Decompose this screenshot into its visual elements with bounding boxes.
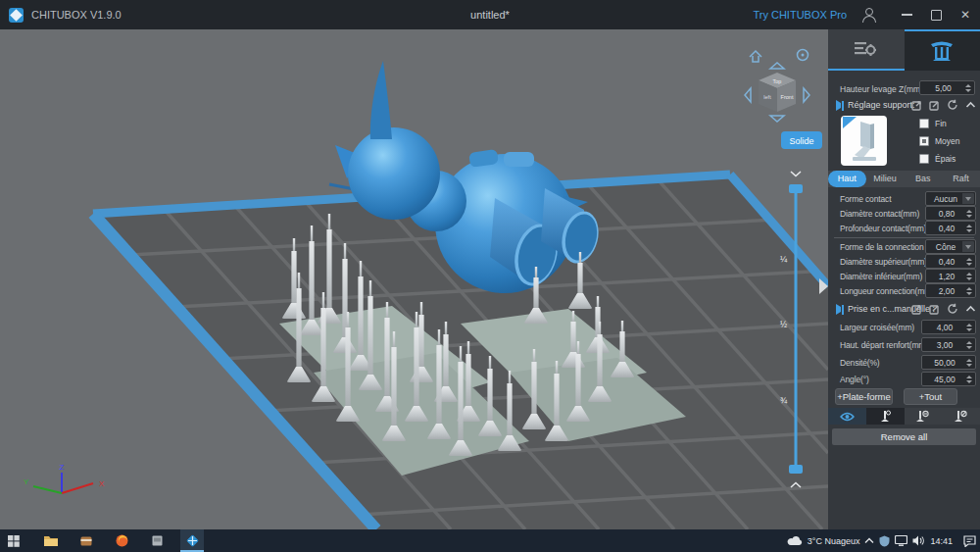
forme-contact-dropdown[interactable]: Aucun <box>925 191 976 206</box>
tab-bas[interactable]: Bas <box>905 171 943 187</box>
divider <box>834 237 974 238</box>
fin-checkbox[interactable] <box>919 119 929 128</box>
cube-front-label: Front <box>781 94 794 100</box>
lift-height-spinbox[interactable]: 5,00 <box>919 80 975 95</box>
largeur-croisee-spinbox[interactable]: 4,00 <box>921 320 976 334</box>
remove-all-button[interactable]: Remove all <box>832 428 976 445</box>
start-button[interactable] <box>2 529 25 552</box>
collapse-section-icon[interactable] <box>965 101 976 109</box>
angle-spinbox[interactable]: 45,00 <box>921 372 976 386</box>
panel-tab-bar <box>828 29 980 71</box>
slider-half-label: ½ <box>780 320 787 329</box>
chitubox-window: CHITUBOX V1.9.0 untitled* Try CHITUBOX P… <box>0 0 980 552</box>
svg-text:Solide: Solide <box>789 136 813 146</box>
row-forme-connection: Forme de la connection Cône <box>828 239 980 254</box>
taskbar-chitubox-icon[interactable] <box>180 529 204 552</box>
tab-haut[interactable]: Haut <box>828 171 866 187</box>
reset-settings-icon[interactable] <box>947 303 958 315</box>
row-largeur-croisee: Largeur croisée(mm) 4,00 <box>828 320 980 334</box>
profondeur-contact-spinbox[interactable]: 0,40 <box>925 221 976 235</box>
weather-status[interactable]: 3°C Nuageux <box>808 536 860 546</box>
chitubox-logo-icon <box>9 8 24 23</box>
firefox-logo-icon <box>116 534 128 547</box>
close-button[interactable]: ✕ <box>951 0 980 29</box>
rotate-down-arrow[interactable] <box>770 116 784 122</box>
diametre-superieur-spinbox[interactable]: 0,40 <box>925 254 976 269</box>
delete-support-icon <box>916 410 929 423</box>
densite-spinbox[interactable]: 50,00 <box>921 355 976 370</box>
slider-top-handle[interactable] <box>789 184 803 193</box>
forme-connection-dropdown[interactable]: Cône <box>925 239 976 254</box>
delete-support-button[interactable] <box>905 408 943 425</box>
export-settings-icon[interactable] <box>911 304 922 315</box>
network-icon[interactable] <box>895 535 907 546</box>
thickness-option-epais[interactable]: Épais <box>919 154 956 164</box>
taskbar-app-icon-package[interactable] <box>74 529 98 552</box>
add-all-supports-button[interactable]: +Tout <box>904 388 957 405</box>
support-preview-image <box>841 116 887 166</box>
slider-bottom-handle[interactable] <box>789 465 803 474</box>
windows-logo-icon <box>8 535 20 547</box>
edit-settings-icon[interactable] <box>929 100 940 111</box>
thickness-option-fin[interactable]: Fin <box>919 119 947 128</box>
file-explorer-icon[interactable] <box>39 529 63 552</box>
delete-all-supports-icon <box>955 410 967 423</box>
tab-raft[interactable]: Raft <box>942 171 980 187</box>
add-support-icon <box>879 410 891 423</box>
orientation-cube[interactable]: Top left Front <box>759 73 796 112</box>
edit-settings-icon[interactable] <box>929 304 940 315</box>
eye-icon <box>840 412 855 422</box>
z-axis-label: Z <box>60 463 65 472</box>
maximize-button[interactable] <box>921 0 951 29</box>
security-shield-icon[interactable] <box>879 535 890 547</box>
row-diametre-inferieur: Diamètre inférieur(mm) 1,20 <box>828 269 980 283</box>
rotate-left-arrow[interactable] <box>745 88 751 102</box>
axis-indicator: Z X Y <box>24 463 105 493</box>
settings-icon <box>854 39 879 59</box>
action-center-icon[interactable] <box>963 535 976 547</box>
tab-milieu[interactable]: Milieu <box>866 171 905 187</box>
row-forme-contact: Forme contact Aucun <box>828 191 980 206</box>
folder-icon <box>44 535 58 547</box>
longueur-connection-spinbox[interactable]: 2,00 <box>925 283 976 298</box>
diametre-inferieur-spinbox[interactable]: 1,20 <box>925 269 976 283</box>
tab-settings[interactable] <box>828 29 905 71</box>
tray-expand-chevron-icon[interactable] <box>864 537 874 544</box>
support-section-header: Réglage support: <box>828 98 980 114</box>
row-diametre-superieur: Diamètre supérieur(mm) 0,40 <box>828 254 980 269</box>
reset-settings-icon[interactable] <box>947 99 958 111</box>
collapse-section-icon[interactable] <box>965 305 976 313</box>
volume-icon[interactable] <box>912 535 925 546</box>
cube-left-label: left <box>763 94 771 100</box>
firefox-icon[interactable] <box>110 529 133 552</box>
thickness-option-moyen[interactable]: Moyen <box>919 136 960 146</box>
slider-threequarter-label: ¾ <box>780 395 788 405</box>
support-part-tabs: Haut Milieu Bas Raft <box>828 171 980 187</box>
add-support-button[interactable] <box>866 408 905 425</box>
row-haut-depart-renfort: Haut. départ renfort(mm) 3,00 <box>828 337 980 352</box>
support-tool-row <box>828 408 980 425</box>
title-bar: CHITUBOX V1.9.0 untitled* Try CHITUBOX P… <box>0 0 980 29</box>
weather-cloud-icon <box>787 535 803 546</box>
solid-mode-button[interactable]: Solide <box>781 131 822 149</box>
clock[interactable]: 14:41 <box>930 536 953 546</box>
app-window-icon <box>152 535 163 546</box>
rotate-right-arrow[interactable] <box>804 88 809 102</box>
moyen-checkbox[interactable] <box>919 136 929 146</box>
home-view-icon[interactable] <box>750 51 761 62</box>
slider-top-chevron-icon[interactable] <box>791 172 801 176</box>
diametre-contact-spinbox[interactable]: 0,80 <box>925 206 976 221</box>
tab-support[interactable] <box>905 29 980 71</box>
epais-checkbox[interactable] <box>919 154 929 164</box>
try-pro-link[interactable]: Try CHITUBOX Pro <box>753 9 847 21</box>
minimize-button[interactable] <box>892 0 921 29</box>
delete-all-supports-button[interactable] <box>942 408 980 425</box>
viewport-3d[interactable]: Top left Front Solide ¼ ½ ¾ <box>0 29 828 529</box>
export-settings-icon[interactable] <box>911 100 922 111</box>
rotate-up-arrow[interactable] <box>770 63 784 69</box>
haut-depart-renfort-spinbox[interactable]: 3,00 <box>921 337 976 352</box>
toggle-supports-visibility-button[interactable] <box>828 408 866 425</box>
user-account-icon[interactable] <box>860 7 876 23</box>
add-platform-supports-button[interactable]: +Plate-forme <box>835 388 893 405</box>
taskbar-app-icon-grey[interactable] <box>145 529 169 552</box>
